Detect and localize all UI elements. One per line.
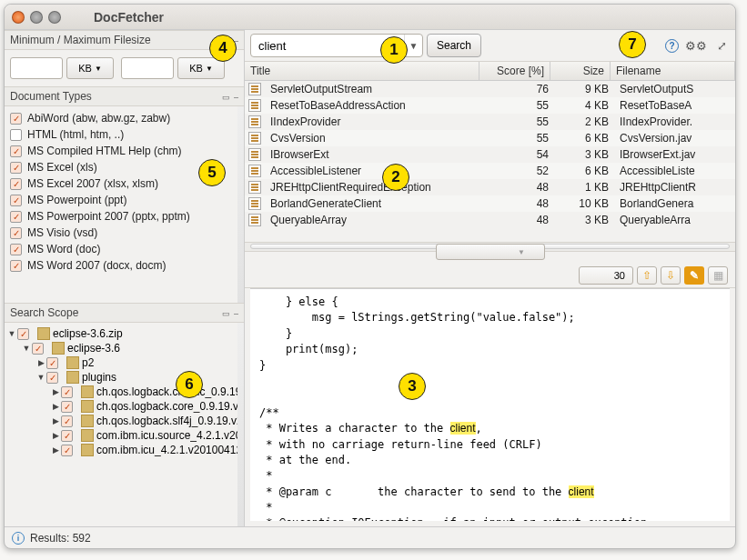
cell-score: 48 <box>483 196 554 211</box>
result-row[interactable]: AccessibleListener526 KBAccessibleListe <box>245 163 735 179</box>
checkbox-icon[interactable] <box>10 129 22 141</box>
min-filesize-unit-select[interactable]: KB▼ <box>66 57 114 79</box>
checkbox-icon[interactable]: ✓ <box>10 227 22 239</box>
checkbox-icon[interactable]: ✓ <box>10 145 22 157</box>
doctype-item[interactable]: ✓MS Excel (xls) <box>6 159 242 175</box>
checkbox-icon[interactable]: ✓ <box>10 211 22 223</box>
search-history-dropdown[interactable]: ▼ <box>404 35 422 56</box>
scrollbar[interactable] <box>237 323 244 526</box>
max-filesize-unit-select[interactable]: KB▼ <box>177 57 225 79</box>
tree-toggle-icon[interactable]: ▶ <box>50 431 61 440</box>
checkbox-icon[interactable]: ✓ <box>10 195 22 206</box>
doctype-item[interactable]: ✓MS Powerpoint 2007 (pptx, pptm) <box>6 208 242 225</box>
doctype-item[interactable]: HTML (html, htm, ..) <box>6 126 242 143</box>
tree-toggle-icon[interactable]: ▼ <box>21 344 32 353</box>
panel-collapse-icon[interactable]: – <box>234 93 238 102</box>
doctype-item[interactable]: ✓MS Word (doc) <box>6 241 242 257</box>
checkbox-icon[interactable]: ✓ <box>10 162 22 174</box>
checkbox-icon[interactable]: ✓ <box>46 372 58 384</box>
cell-score: 52 <box>483 164 554 178</box>
next-match-button[interactable]: ⇩ <box>661 266 681 285</box>
search-button[interactable]: Search <box>427 34 481 57</box>
prev-match-button[interactable]: ⇧ <box>637 266 657 285</box>
min-filesize-input[interactable] <box>10 57 63 79</box>
result-row[interactable]: CvsVersion556 KBCvsVersion.jav <box>245 130 735 146</box>
doctype-item[interactable]: ✓MS Powerpoint (ppt) <box>6 192 242 208</box>
result-row[interactable]: IBrowserExt543 KBIBrowserExt.jav <box>245 146 735 163</box>
settings-icon[interactable]: ⚙⚙ <box>688 37 704 54</box>
fullscreen-icon[interactable]: ⤢ <box>713 37 730 54</box>
cell-title: ServletOutputStream <box>265 82 483 96</box>
result-row[interactable]: ResetToBaseAddressAction554 KBResetToBas… <box>245 97 735 114</box>
toggle-view-button[interactable]: ▦ <box>708 266 728 285</box>
column-score[interactable]: Score [%] <box>479 62 550 80</box>
tree-item[interactable]: ▶✓p2 <box>6 355 242 370</box>
column-size[interactable]: Size <box>550 62 611 80</box>
result-row[interactable]: IIndexProvider552 KBIIndexProvider. <box>245 114 735 130</box>
tree-toggle-icon[interactable]: ▼ <box>6 329 17 338</box>
tree-toggle-icon[interactable]: ▶ <box>50 416 61 425</box>
match-count-field[interactable]: 30 <box>579 266 633 285</box>
panel-minimize-icon[interactable]: ▭ <box>222 93 230 102</box>
left-sidebar: Minimum / Maximum Filesize ▭– KB▼ KB▼ Do… <box>5 30 245 526</box>
checkbox-icon[interactable]: ✓ <box>10 260 22 272</box>
tree-item[interactable]: ▼✓eclipse-3.6.zip <box>6 326 242 341</box>
column-title[interactable]: Title <box>245 62 479 80</box>
checkbox-icon[interactable]: ✓ <box>17 328 29 340</box>
horizontal-splitter[interactable]: ▼ <box>245 243 735 252</box>
checkbox-icon[interactable]: ✓ <box>10 178 22 190</box>
result-row[interactable]: JREHttpClientRequiredException481 KBJREH… <box>245 179 735 195</box>
scrollbar[interactable] <box>237 106 244 303</box>
checkbox-icon[interactable]: ✓ <box>32 343 44 355</box>
tree-item[interactable]: ▶✓ch.qos.logback.slf4j_0.9.19.v2 <box>6 414 242 428</box>
doctype-item[interactable]: ✓MS Word 2007 (docx, docm) <box>6 257 242 274</box>
tree-toggle-icon[interactable]: ▶ <box>50 402 61 411</box>
tree-item[interactable]: ▼✓plugins <box>6 370 242 385</box>
tree-toggle-icon[interactable]: ▶ <box>35 358 46 367</box>
tree-item[interactable]: ▶✓com.ibm.icu.source_4.2.1.v20 <box>6 428 242 443</box>
checkbox-icon[interactable]: ✓ <box>61 401 73 413</box>
checkbox-icon[interactable]: ✓ <box>10 244 22 255</box>
doctype-item[interactable]: ✓MS Visio (vsd) <box>6 225 242 241</box>
window-minimize-button[interactable] <box>30 11 43 24</box>
result-row[interactable]: BorlandGenerateClient4810 KBBorlandGener… <box>245 195 735 212</box>
tree-toggle-icon[interactable]: ▼ <box>35 373 46 382</box>
result-row[interactable]: ServletOutputStream769 KBServletOutputS <box>245 81 735 97</box>
filesize-panel-title: Minimum / Maximum Filesize <box>10 34 151 46</box>
panel-collapse-icon[interactable]: – <box>234 309 238 318</box>
splitter-combo[interactable]: ▼ <box>436 244 545 260</box>
cell-score: 76 <box>483 82 554 96</box>
help-icon[interactable]: ? <box>665 39 679 53</box>
checkbox-icon[interactable]: ✓ <box>61 445 73 456</box>
window-maximize-button[interactable] <box>48 11 61 24</box>
doctype-label: AbiWord (abw, abw.gz, zabw) <box>27 112 170 125</box>
tree-item[interactable]: ▶✓com.ibm.icu_4.2.1.v20100412 <box>6 443 242 457</box>
tree-item[interactable]: ▶✓ch.qos.logback.classic_0.9.19. <box>6 385 242 399</box>
panel-minimize-icon[interactable]: ▭ <box>222 309 230 318</box>
tree-item[interactable]: ▶✓ch.qos.logback.core_0.9.19.v2 <box>6 399 242 414</box>
checkbox-icon[interactable]: ✓ <box>61 415 73 427</box>
doctypes-panel-title: Document Types <box>10 90 92 103</box>
checkbox-icon[interactable]: ✓ <box>61 430 73 442</box>
highlight-toggle-button[interactable]: ✎ <box>684 266 704 285</box>
column-filename[interactable]: Filename <box>611 62 735 80</box>
window-close-button[interactable] <box>12 11 25 24</box>
tree-toggle-icon[interactable]: ▶ <box>50 445 61 455</box>
file-icon <box>248 132 261 145</box>
doctype-item[interactable]: ✓MS Excel 2007 (xlsx, xlsm) <box>6 175 242 192</box>
checkbox-icon[interactable]: ✓ <box>46 357 58 369</box>
search-input[interactable] <box>251 39 404 53</box>
doctype-item[interactable]: ✓AbiWord (abw, abw.gz, zabw) <box>6 110 242 126</box>
tree-item[interactable]: ▼✓eclipse-3.6 <box>6 341 242 355</box>
checkbox-icon[interactable]: ✓ <box>10 113 22 125</box>
tree-label: ch.qos.logback.slf4j_0.9.19.v2 <box>96 415 242 427</box>
tree-toggle-icon[interactable]: ▶ <box>50 387 61 396</box>
checkbox-icon[interactable]: ✓ <box>61 386 73 398</box>
doctype-item[interactable]: ✓MS Compiled HTML Help (chm) <box>6 143 242 159</box>
result-row[interactable]: QueryableArray483 KBQueryableArra <box>245 212 735 228</box>
preview-text[interactable]: } else { msg = lStrings.getString("value… <box>250 288 730 521</box>
max-filesize-input[interactable] <box>121 57 174 79</box>
tree-label: com.ibm.icu.source_4.2.1.v20 <box>96 429 241 442</box>
panel-collapse-icon[interactable]: – <box>234 36 238 45</box>
panel-minimize-icon[interactable]: ▭ <box>222 36 230 45</box>
